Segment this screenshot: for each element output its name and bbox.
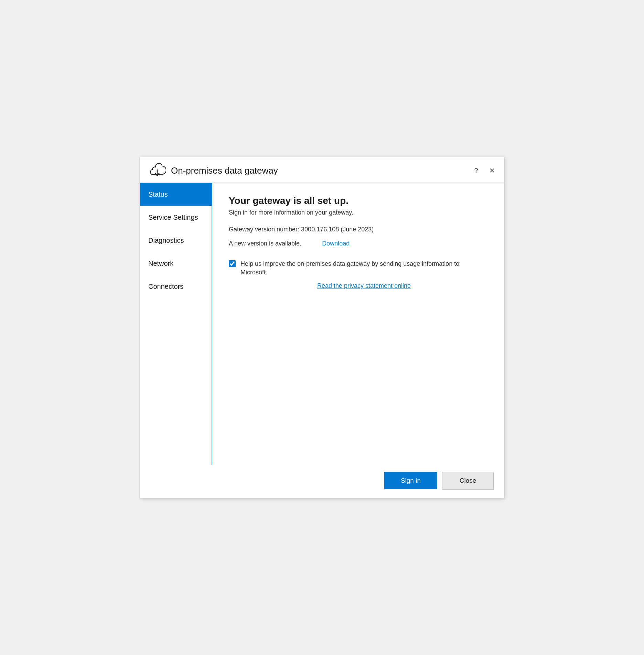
content-area: Your gateway is all set up. Sign in for …: [212, 183, 504, 465]
telemetry-checkbox[interactable]: [229, 260, 236, 267]
status-subtext: Sign in for more information on your gat…: [229, 209, 487, 216]
window-close-button[interactable]: ✕: [487, 165, 497, 176]
signin-button[interactable]: Sign in: [384, 472, 437, 489]
titlebar-left: On-premises data gateway: [148, 163, 278, 178]
new-version-label: A new version is available.: [229, 240, 301, 247]
sidebar-item-network[interactable]: Network: [140, 252, 212, 275]
sidebar-item-diagnostics[interactable]: Diagnostics: [140, 229, 212, 252]
app-title: On-premises data gateway: [171, 165, 278, 176]
new-version-row: A new version is available. Download: [229, 240, 487, 247]
sidebar-item-status[interactable]: Status: [140, 183, 212, 206]
status-heading: Your gateway is all set up.: [229, 195, 487, 206]
close-button[interactable]: Close: [442, 472, 494, 490]
help-button[interactable]: ?: [471, 165, 481, 176]
content-spacer: [229, 290, 487, 451]
main-content: Status Service Settings Diagnostics Netw…: [140, 183, 504, 465]
titlebar-right: ? ✕: [471, 165, 497, 176]
footer: Sign in Close: [140, 465, 504, 498]
sidebar-item-connectors[interactable]: Connectors: [140, 275, 212, 298]
download-link[interactable]: Download: [322, 240, 350, 247]
telemetry-checkbox-row: Help us improve the on-premises data gat…: [229, 260, 487, 277]
sidebar: Status Service Settings Diagnostics Netw…: [140, 183, 212, 465]
version-text: Gateway version number: 3000.176.108 (Ju…: [229, 226, 487, 233]
cloud-upload-icon: [148, 163, 166, 178]
app-window: On-premises data gateway ? ✕ Status Serv…: [140, 157, 504, 498]
privacy-link[interactable]: Read the privacy statement online: [240, 282, 487, 290]
sidebar-item-service-settings[interactable]: Service Settings: [140, 206, 212, 229]
titlebar: On-premises data gateway ? ✕: [140, 157, 504, 183]
telemetry-checkbox-label[interactable]: Help us improve the on-premises data gat…: [240, 260, 487, 277]
